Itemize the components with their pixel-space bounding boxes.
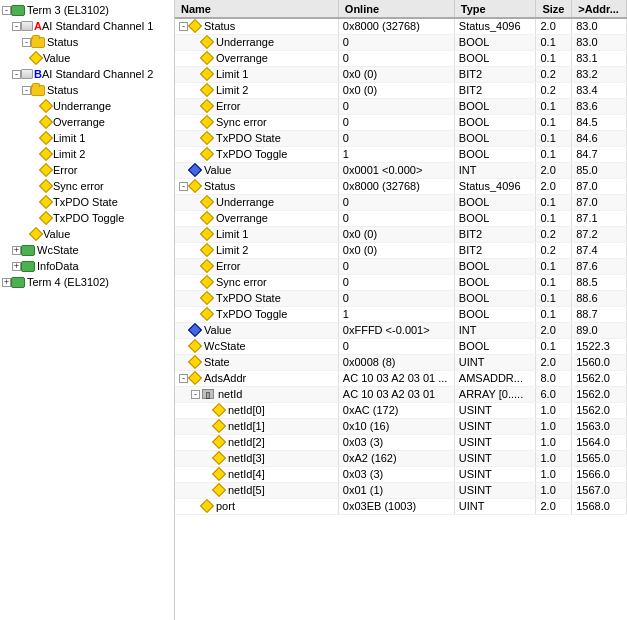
row-expand-btn[interactable]: [191, 214, 200, 223]
row-expand-btn[interactable]: [203, 486, 212, 495]
table-row[interactable]: netId[4]0x03 (3)USINT1.01566.0: [175, 466, 627, 482]
row-expand-btn[interactable]: [191, 310, 200, 319]
tree-item-term3[interactable]: Term 3 (EL3102): [0, 2, 174, 18]
cell-online: 0: [338, 98, 454, 114]
row-expand-btn[interactable]: [191, 70, 200, 79]
cell-online: 0xA2 (162): [338, 450, 454, 466]
table-row[interactable]: Sync error0BOOL0.188.5: [175, 274, 627, 290]
row-name-label: WcState: [204, 340, 246, 352]
table-row[interactable]: netId[0]0xAC (172)USINT1.01562.0: [175, 402, 627, 418]
tree-item-txpdotoggle[interactable]: TxPDO Toggle: [0, 210, 174, 226]
cell-addr: 1567.0: [572, 482, 627, 498]
cell-type: USINT: [454, 434, 536, 450]
row-expand-btn[interactable]: [191, 262, 200, 271]
table-row[interactable]: Status0x8000 (32768)Status_40962.083.0: [175, 18, 627, 34]
row-expand-btn[interactable]: [203, 454, 212, 463]
row-expand-btn[interactable]: [191, 54, 200, 63]
row-expand-btn[interactable]: [191, 118, 200, 127]
expand-infodata[interactable]: [12, 262, 21, 271]
table-row[interactable]: AdsAddrAC 10 03 A2 03 01 ...AMSADDR...8.…: [175, 370, 627, 386]
row-expand-btn[interactable]: [191, 294, 200, 303]
row-expand-btn[interactable]: [203, 406, 212, 415]
table-row[interactable]: WcState0BOOL0.11522.3: [175, 338, 627, 354]
row-expand-btn[interactable]: [191, 278, 200, 287]
table-row[interactable]: Underrange0BOOL0.187.0: [175, 194, 627, 210]
table-row[interactable]: Overrange0BOOL0.183.1: [175, 50, 627, 66]
table-row[interactable]: TxPDO Toggle1BOOL0.188.7: [175, 306, 627, 322]
row-expand-btn[interactable]: [191, 390, 200, 399]
row-expand-btn[interactable]: [191, 86, 200, 95]
tree-item-overrange[interactable]: Overrange: [0, 114, 174, 130]
row-expand-btn[interactable]: [179, 342, 188, 351]
table-row[interactable]: Error0BOOL0.183.6: [175, 98, 627, 114]
table-row[interactable]: TxPDO State0BOOL0.184.6: [175, 130, 627, 146]
row-expand-btn[interactable]: [179, 182, 188, 191]
tree-item-ch1[interactable]: A AI Standard Channel 1: [0, 18, 174, 34]
cell-size: 0.1: [536, 274, 572, 290]
table-row[interactable]: netId[5]0x01 (1)USINT1.01567.0: [175, 482, 627, 498]
row-expand-btn[interactable]: [191, 134, 200, 143]
tree-item-limit2[interactable]: Limit 2: [0, 146, 174, 162]
tree-item-ch2[interactable]: B AI Standard Channel 2: [0, 66, 174, 82]
table-row[interactable]: netId[2]0x03 (3)USINT1.01564.0: [175, 434, 627, 450]
cell-type: BOOL: [454, 194, 536, 210]
row-expand-btn[interactable]: [203, 422, 212, 431]
expand-ch2[interactable]: [12, 70, 21, 79]
row-name-label: Underrange: [216, 196, 274, 208]
row-expand-btn[interactable]: [179, 374, 188, 383]
row-expand-btn[interactable]: [191, 38, 200, 47]
table-row[interactable]: Limit 20x0 (0)BIT20.283.4: [175, 82, 627, 98]
row-expand-btn[interactable]: [191, 502, 200, 511]
table-row[interactable]: Status0x8000 (32768)Status_40962.087.0: [175, 178, 627, 194]
tree-item-ch1-value[interactable]: Value: [0, 50, 174, 66]
term4-label: Term 4 (EL3102): [27, 276, 109, 288]
table-row[interactable]: port0x03EB (1003)UINT2.01568.0: [175, 498, 627, 514]
row-expand-btn[interactable]: [179, 22, 188, 31]
row-expand-btn[interactable]: [179, 358, 188, 367]
table-row[interactable]: netId[1]0x10 (16)USINT1.01563.0: [175, 418, 627, 434]
table-row[interactable]: State0x0008 (8)UINT2.01560.0: [175, 354, 627, 370]
tree-item-ch2-status[interactable]: Status: [0, 82, 174, 98]
row-expand-btn[interactable]: [191, 198, 200, 207]
tree-item-syncerr[interactable]: Sync error: [0, 178, 174, 194]
expand-ch1-status[interactable]: [22, 38, 31, 47]
table-row[interactable]: Sync error0BOOL0.184.5: [175, 114, 627, 130]
tree-item-infodata[interactable]: InfoData: [0, 258, 174, 274]
table-row[interactable]: TxPDO Toggle1BOOL0.184.7: [175, 146, 627, 162]
expand-term4[interactable]: [2, 278, 11, 287]
table-row[interactable]: Value0x0001 <0.000>INT2.085.0: [175, 162, 627, 178]
table-row[interactable]: []netIdAC 10 03 A2 03 01ARRAY [0.....6.0…: [175, 386, 627, 402]
tree-item-term4[interactable]: Term 4 (EL3102): [0, 274, 174, 290]
table-row[interactable]: Underrange0BOOL0.183.0: [175, 34, 627, 50]
col-size: Size: [536, 0, 572, 18]
expand-wcstate[interactable]: [12, 246, 21, 255]
table-row[interactable]: TxPDO State0BOOL0.188.6: [175, 290, 627, 306]
tree-item-txpdo[interactable]: TxPDO State: [0, 194, 174, 210]
row-expand-btn[interactable]: [179, 326, 188, 335]
row-expand-btn[interactable]: [203, 438, 212, 447]
table-row[interactable]: netId[3]0xA2 (162)USINT1.01565.0: [175, 450, 627, 466]
tree-item-ch2-value[interactable]: Value: [0, 226, 174, 242]
expand-term3[interactable]: [2, 6, 11, 15]
expand-ch1[interactable]: [12, 22, 21, 31]
tree-item-ch1-status[interactable]: Status: [0, 34, 174, 50]
table-row[interactable]: Value0xFFFD <-0.001>INT2.089.0: [175, 322, 627, 338]
var-icon: [200, 35, 214, 49]
expand-ch2-status[interactable]: [22, 86, 31, 95]
row-expand-btn[interactable]: [191, 150, 200, 159]
row-expand-btn[interactable]: [191, 246, 200, 255]
cell-online: 0x0008 (8): [338, 354, 454, 370]
table-row[interactable]: Error0BOOL0.187.6: [175, 258, 627, 274]
row-expand-btn[interactable]: [203, 470, 212, 479]
tree-item-error[interactable]: Error: [0, 162, 174, 178]
tree-item-underrange[interactable]: Underrange: [0, 98, 174, 114]
row-expand-btn[interactable]: [191, 230, 200, 239]
table-row[interactable]: Limit 10x0 (0)BIT20.287.2: [175, 226, 627, 242]
table-row[interactable]: Limit 20x0 (0)BIT20.287.4: [175, 242, 627, 258]
tree-item-wcstate[interactable]: WcState: [0, 242, 174, 258]
table-row[interactable]: Limit 10x0 (0)BIT20.283.2: [175, 66, 627, 82]
row-expand-btn[interactable]: [179, 166, 188, 175]
row-expand-btn[interactable]: [191, 102, 200, 111]
tree-item-limit1[interactable]: Limit 1: [0, 130, 174, 146]
table-row[interactable]: Overrange0BOOL0.187.1: [175, 210, 627, 226]
